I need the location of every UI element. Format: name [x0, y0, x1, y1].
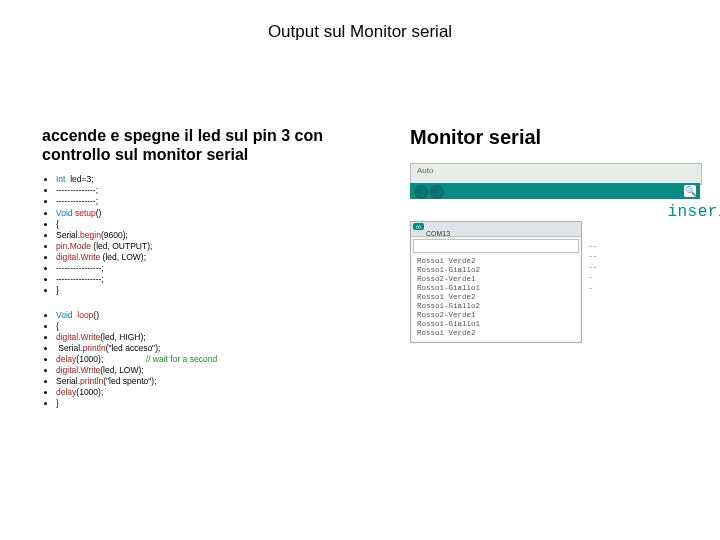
- monitor-screenshot: Auto 🔍 inseri ∞ COM13 Rosso1 Verde2Rosso…: [410, 163, 700, 343]
- serial-line: Rosso1 Verde2: [417, 293, 575, 302]
- code-line: ----------------;: [56, 263, 392, 274]
- code-line: delay(1000); // wait for a second: [56, 354, 392, 365]
- serial-line: Rosso1 Verde2: [417, 257, 575, 266]
- serial-titlebar: ∞ COM13: [411, 222, 581, 237]
- code-line: digital.Write(led, HIGH);: [56, 332, 392, 343]
- right-heading: Monitor serial: [410, 126, 700, 149]
- gutter-line: --: [588, 241, 598, 251]
- ide-titlebar: Auto: [410, 163, 702, 185]
- serial-line: Rosso1-Giallo2: [417, 302, 575, 311]
- serial-line: Rosso1-Giallo1: [417, 284, 575, 293]
- serial-window: ∞ COM13 Rosso1 Verde2Rosso1-Giallo2Rosso…: [410, 221, 582, 343]
- code-block-loop: Void loop(){digital.Write(led, HIGH); Se…: [42, 310, 392, 409]
- code-line: Int led=3;: [56, 174, 392, 185]
- gutter-line: --: [588, 262, 598, 272]
- code-line: {: [56, 321, 392, 332]
- serial-line: Rosso2-Verde1: [417, 311, 575, 320]
- serial-port-label: COM13: [426, 230, 450, 237]
- code-line: --------------;: [56, 196, 392, 207]
- code-line: pin.Mode (led, OUTPUT);: [56, 241, 392, 252]
- serial-monitor-icon[interactable]: 🔍: [684, 185, 696, 197]
- serial-output: Rosso1 Verde2Rosso1-Giallo2Rosso2-Verde1…: [413, 255, 579, 341]
- verify-icon[interactable]: [414, 185, 428, 199]
- code-line: Serial.println("led spento");: [56, 376, 392, 387]
- upload-icon[interactable]: [430, 185, 444, 199]
- code-line: --------------;: [56, 185, 392, 196]
- serial-line: Rosso2-Verde1: [417, 275, 575, 284]
- right-column: Monitor serial Auto 🔍 inseri ∞ COM13 Ros…: [410, 126, 700, 343]
- code-line: Serial.begin(9600);: [56, 230, 392, 241]
- code-line: Serial.println("led acceso");: [56, 343, 392, 354]
- serial-badge-icon: ∞: [413, 223, 424, 230]
- code-block-setup: Int led=3;--------------;--------------;…: [42, 174, 392, 296]
- serial-line: Rosso1 Verde2: [417, 329, 575, 338]
- code-line: }: [56, 398, 392, 409]
- page-title: Output sul Monitor serial: [0, 22, 720, 42]
- code-line: ----------------;: [56, 274, 392, 285]
- ide-toolbar: 🔍: [410, 183, 700, 199]
- code-line: Void setup(): [56, 208, 392, 219]
- gutter-line: -: [588, 272, 598, 282]
- serial-line: Rosso1-Giallo1: [417, 320, 575, 329]
- code-line: delay(1000);: [56, 387, 392, 398]
- code-line: }: [56, 285, 392, 296]
- code-line: Void loop(): [56, 310, 392, 321]
- code-line: digital.Write (led, LOW);: [56, 252, 392, 263]
- gutter-line: -: [588, 283, 598, 293]
- left-column: accende e spegne il led sul pin 3 con co…: [42, 126, 392, 409]
- left-heading: accende e spegne il led sul pin 3 con co…: [42, 126, 392, 164]
- code-line: {: [56, 219, 392, 230]
- code-fragment: inseri: [667, 203, 720, 221]
- code-line: digital.Write(led, LOW);: [56, 365, 392, 376]
- serial-line: Rosso1-Giallo2: [417, 266, 575, 275]
- gutter-line: --: [588, 251, 598, 261]
- code-gutter: --------: [588, 241, 598, 293]
- serial-input[interactable]: [413, 239, 579, 253]
- ide-label: Auto: [417, 166, 433, 175]
